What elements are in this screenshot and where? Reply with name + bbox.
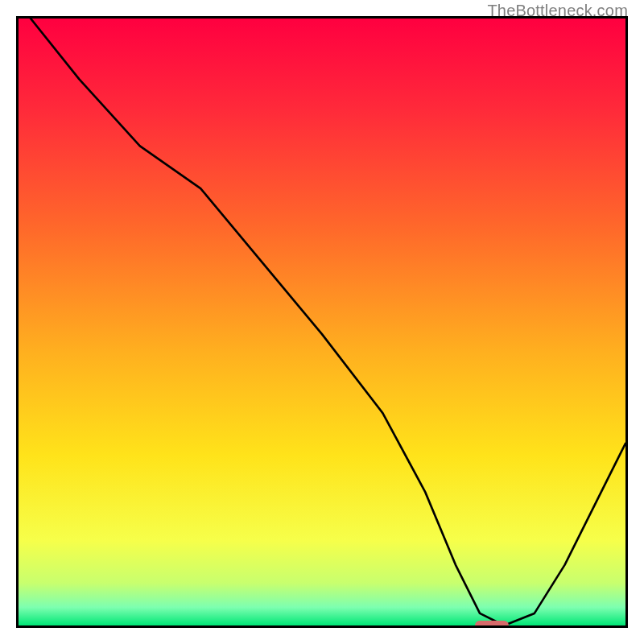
chart-frame: TheBottleneck.com — [0, 0, 644, 644]
optimal-marker — [475, 621, 509, 628]
bottleneck-curve — [19, 19, 625, 625]
plot-area — [16, 16, 628, 628]
